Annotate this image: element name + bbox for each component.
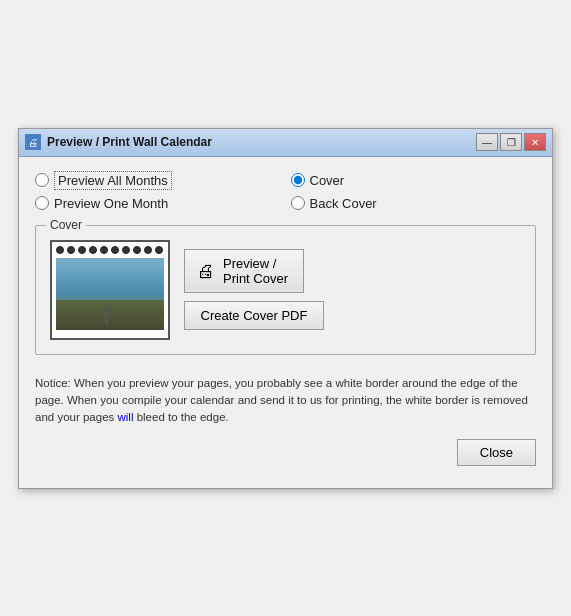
main-window: 🖨 Preview / Print Wall Calendar — ❐ ✕ Pr… [18,128,553,489]
cover-group-box: Cover [35,225,536,355]
radio-back-cover[interactable]: Back Cover [291,196,537,211]
bottom-bar: Close [35,439,536,476]
create-cover-pdf-button[interactable]: Create Cover PDF [184,301,324,330]
radio-preview-all-months[interactable]: Preview All Months [35,171,281,190]
notice-text-before: Notice: When you preview your pages, you… [35,377,528,424]
cover-group-legend: Cover [46,218,86,232]
close-button[interactable]: Close [457,439,536,466]
spiral-dot [122,246,130,254]
radio-input-one-month[interactable] [35,196,49,210]
radio-preview-one-month[interactable]: Preview One Month [35,196,281,211]
cover-inner: 🖨 Preview / Print Cover Create Cover PDF [50,240,521,340]
radio-input-back-cover[interactable] [291,196,305,210]
dialog-content: Preview All Months Cover Preview One Mon… [19,157,552,488]
spiral-dot [56,246,64,254]
preview-print-cover-label: Preview / Print Cover [223,256,288,286]
cover-thumbnail [50,240,170,340]
radio-options-grid: Preview All Months Cover Preview One Mon… [35,171,536,211]
radio-label-all-months: Preview All Months [54,171,172,190]
radio-input-cover[interactable] [291,173,305,187]
spiral-dot [111,246,119,254]
spiral-bar [56,246,164,254]
radio-label-cover: Cover [310,173,345,188]
title-bar-left: 🖨 Preview / Print Wall Calendar [25,134,212,150]
spiral-dot [133,246,141,254]
spiral-dot [89,246,97,254]
printer-icon: 🖨 [197,261,215,282]
notice-area: Notice: When you preview your pages, you… [35,369,536,439]
preview-print-cover-button[interactable]: 🖨 Preview / Print Cover [184,249,304,293]
radio-cover[interactable]: Cover [291,171,537,190]
title-buttons: — ❐ ✕ [476,133,546,151]
spiral-dot [67,246,75,254]
title-bar: 🖨 Preview / Print Wall Calendar — ❐ ✕ [19,129,552,157]
cover-image [56,258,164,330]
window-icon: 🖨 [25,134,41,150]
spiral-dot [78,246,86,254]
dock-platform [88,316,131,320]
window-title: Preview / Print Wall Calendar [47,135,212,149]
cover-buttons: 🖨 Preview / Print Cover Create Cover PDF [184,249,521,330]
notice-blue-text: will [117,411,133,423]
restore-button[interactable]: ❐ [500,133,522,151]
spiral-dot [155,246,163,254]
close-window-button[interactable]: ✕ [524,133,546,151]
radio-label-one-month: Preview One Month [54,196,168,211]
radio-input-all-months[interactable] [35,173,49,187]
radio-label-back-cover: Back Cover [310,196,377,211]
notice-text: Notice: When you preview your pages, you… [35,377,528,424]
spiral-dot [100,246,108,254]
minimize-button[interactable]: — [476,133,498,151]
spiral-dot [144,246,152,254]
notice-text-after: bleed to the edge. [133,411,228,423]
